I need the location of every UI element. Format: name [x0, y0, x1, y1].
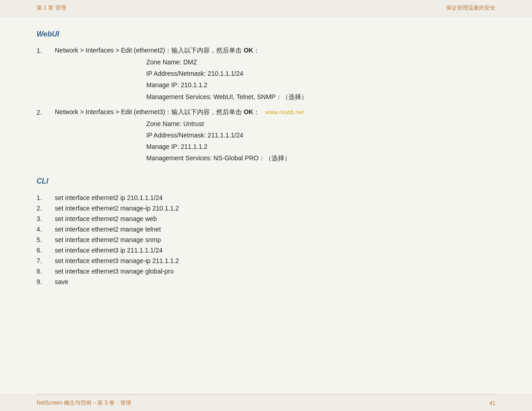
webui-item1-ok: OK — [244, 47, 253, 54]
cli-number-8: 8. — [37, 267, 55, 275]
webui-title: WebUI — [37, 30, 495, 38]
detail-zone-untrust: Zone Name: Untrust — [146, 118, 495, 130]
detail-ip1: IP Address/Netmask: 210.1.1.1/24 — [146, 68, 495, 79]
detail-manage-ip1: Manage IP: 210.1.1.2 — [146, 79, 495, 91]
page-container: 第 1 章 管理 保证管理流量的安全 WebUI 1. Network > In… — [0, 0, 532, 411]
cli-command-8: set interface ethernet3 manage global-pr… — [55, 268, 174, 275]
cli-number-3: 3. — [37, 215, 55, 222]
webui-item2-prefix: Network > Interfaces > Edit (ethernet3)：… — [55, 108, 244, 116]
list-content-1: Network > Interfaces > Edit (ethernet2)：… — [55, 47, 495, 103]
webui-item2-suffix: ： — [253, 108, 260, 116]
cli-item-4: 4. set interface ethernet2 manage telnet — [37, 225, 495, 233]
list-number-1: 1. — [37, 47, 55, 54]
content-area: WebUI 1. Network > Interfaces > Edit (et… — [0, 16, 532, 302]
cli-title: CLI — [37, 177, 495, 185]
webui-item2-details: Zone Name: Untrust IP Address/Netmask: 2… — [146, 118, 495, 164]
footer-bar: NetScreen 概念与范例 – 第 3 卷：管理 41 — [0, 395, 532, 411]
cli-command-2: set interface ethernet2 manage-ip 210.1.… — [55, 205, 179, 212]
cli-command-6: set interface ethernet3 ip 211.1.1.1/24 — [55, 247, 163, 254]
cli-item-7: 7. set interface ethernet3 manage-ip 211… — [37, 257, 495, 264]
detail-manage-ip2: Manage IP: 211.1.1.2 — [146, 141, 495, 153]
webui-item1-main: Network > Interfaces > Edit (ethernet2)：… — [55, 47, 495, 55]
footer-left-text: NetScreen 概念与范例 – 第 3 卷：管理 — [37, 399, 131, 407]
detail-mgmt-services2: Management Services: NS-Global PRO：（选择） — [146, 153, 495, 164]
cli-number-2: 2. — [37, 204, 55, 212]
cli-item-9: 9. save — [37, 278, 495, 285]
watermark-inline: www.niubb.net — [265, 109, 304, 116]
webui-section: WebUI 1. Network > Interfaces > Edit (et… — [37, 30, 495, 164]
webui-list-item-2: 2. Network > Interfaces > Edit (ethernet… — [37, 108, 495, 164]
webui-item1-suffix: ： — [253, 47, 260, 54]
webui-item2-ok: OK — [244, 108, 253, 116]
cli-command-5: set interface ethernet2 manage snmp — [55, 236, 161, 243]
cli-item-3: 3. set interface ethernet2 manage web — [37, 215, 495, 222]
cli-command-3: set interface ethernet2 manage web — [55, 215, 157, 222]
cli-item-6: 6. set interface ethernet3 ip 211.1.1.1/… — [37, 246, 495, 254]
cli-item-8: 8. set interface ethernet3 manage global… — [37, 267, 495, 275]
cli-number-6: 6. — [37, 246, 55, 254]
header-right-text: 保证管理流量的安全 — [446, 4, 495, 12]
cli-item-1: 1. set interface ethernet2 ip 210.1.1.1/… — [37, 194, 495, 201]
list-number-2: 2. — [37, 108, 55, 116]
cli-number-7: 7. — [37, 257, 55, 264]
detail-ip2: IP Address/Netmask: 211.1.1.1/24 — [146, 130, 495, 141]
webui-item1-details: Zone Name: DMZ IP Address/Netmask: 210.1… — [146, 57, 495, 103]
footer-right-text: 41 — [489, 400, 495, 406]
cli-number-1: 1. — [37, 194, 55, 201]
cli-section: CLI 1. set interface ethernet2 ip 210.1.… — [37, 177, 495, 285]
cli-item-2: 2. set interface ethernet2 manage-ip 210… — [37, 204, 495, 212]
detail-mgmt-services1: Management Services: WebUI, Telnet, SNMP… — [146, 91, 495, 103]
cli-number-4: 4. — [37, 225, 55, 233]
cli-command-1: set interface ethernet2 ip 210.1.1.1/24 — [55, 194, 163, 201]
webui-list-item-1: 1. Network > Interfaces > Edit (ethernet… — [37, 47, 495, 103]
cli-command-4: set interface ethernet2 manage telnet — [55, 226, 161, 233]
cli-item-5: 5. set interface ethernet2 manage snmp — [37, 236, 495, 243]
cli-number-9: 9. — [37, 278, 55, 285]
header-bar: 第 1 章 管理 保证管理流量的安全 — [0, 0, 532, 16]
cli-command-7: set interface ethernet3 manage-ip 211.1.… — [55, 257, 179, 264]
cli-command-9: save — [55, 278, 69, 285]
webui-item2-main: Network > Interfaces > Edit (ethernet3)：… — [55, 108, 495, 116]
detail-zone-dmz: Zone Name: DMZ — [146, 57, 495, 68]
webui-list: 1. Network > Interfaces > Edit (ethernet… — [37, 47, 495, 164]
webui-item1-prefix: Network > Interfaces > Edit (ethernet2)：… — [55, 47, 244, 54]
cli-list: 1. set interface ethernet2 ip 210.1.1.1/… — [37, 194, 495, 285]
header-left-text: 第 1 章 管理 — [37, 4, 66, 12]
cli-number-5: 5. — [37, 236, 55, 243]
list-content-2: Network > Interfaces > Edit (ethernet3)：… — [55, 108, 495, 164]
